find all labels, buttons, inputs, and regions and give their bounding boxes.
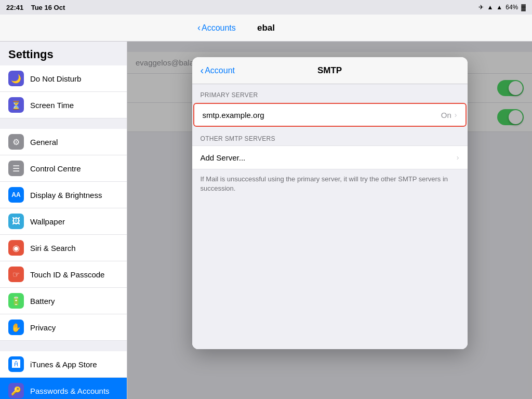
sidebar-label-touch-id: Touch ID & Passcode xyxy=(30,270,104,279)
sidebar-label-privacy: Privacy xyxy=(30,323,56,332)
sidebar-label-do-not-disturb: Do Not Disturb xyxy=(30,74,81,83)
wifi-icon: ▲ xyxy=(487,4,493,11)
status-indicators: ✈ ▲ ▲ 64% ▓ xyxy=(478,4,526,11)
passwords-icon: 🔑 xyxy=(8,383,24,398)
sidebar-gap-2 xyxy=(0,341,127,351)
modal-empty-space xyxy=(192,204,468,349)
sidebar-item-display-brightness[interactable]: AA Display & Brightness xyxy=(0,182,127,208)
smtp-modal: ‹ Account SMTP PRIMARY SERVER smtp.e xyxy=(192,57,468,349)
wallpaper-icon: 🖼 xyxy=(8,214,24,229)
sidebar-item-itunes-app-store[interactable]: 🅰 iTunes & App Store xyxy=(0,351,127,378)
touch-id-icon: ☞ xyxy=(8,267,24,282)
nav-title-ebal: ebal xyxy=(257,23,275,33)
status-bar: 22:41 Tue 16 Oct ✈ ▲ ▲ 64% ▓ xyxy=(0,0,532,15)
battery-percent: 64% xyxy=(506,4,518,11)
status-time: 22:41 Tue 16 Oct xyxy=(6,4,65,11)
server-status-value: On › xyxy=(441,111,457,119)
modal-title: SMTP xyxy=(317,65,342,76)
modal-body: PRIMARY SERVER smtp.example.org On › xyxy=(192,84,468,349)
sidebar-label-wallpaper: Wallpaper xyxy=(30,217,65,226)
do-not-disturb-icon: 🌙 xyxy=(8,71,24,86)
sidebar-label-battery: Battery xyxy=(30,297,55,305)
general-icon: ⚙ xyxy=(8,134,24,150)
sidebar-label-control-centre: Control Centre xyxy=(30,164,81,173)
sidebar-item-battery[interactable]: 🔋 Battery xyxy=(0,288,127,314)
sidebar-item-control-centre[interactable]: ☰ Control Centre xyxy=(0,155,127,182)
sidebar-label-general: General xyxy=(30,138,58,147)
primary-server-section: PRIMARY SERVER smtp.example.org On › xyxy=(192,84,468,128)
other-smtp-section: OTHER SMTP SERVERS Add Server... › If Ma… xyxy=(192,128,468,204)
sidebar-item-general[interactable]: ⚙ General xyxy=(0,129,127,155)
add-server-chevron-icon: › xyxy=(457,153,459,162)
sidebar-item-screen-time[interactable]: ⏳ Screen Time xyxy=(0,92,127,118)
sidebar-label-itunes: iTunes & App Store xyxy=(30,360,97,369)
sidebar-item-wallpaper[interactable]: 🖼 Wallpaper xyxy=(0,208,127,235)
sidebar-item-siri-search[interactable]: ◉ Siri & Search xyxy=(0,235,127,261)
other-smtp-header: OTHER SMTP SERVERS xyxy=(192,128,468,145)
battery-sidebar-icon: 🔋 xyxy=(8,293,24,309)
server-address-label: smtp.example.org xyxy=(203,111,264,119)
sidebar-item-privacy[interactable]: ✋ Privacy xyxy=(0,314,127,341)
sidebar: Settings 🌙 Do Not Disturb ⏳ Screen Time … xyxy=(0,42,127,399)
add-server-row[interactable]: Add Server... › xyxy=(192,145,468,169)
modal-overlay: ‹ Account SMTP PRIMARY SERVER smtp.e xyxy=(127,42,532,399)
signal-icon: ▲ xyxy=(496,4,502,11)
sidebar-title: Settings xyxy=(0,42,127,65)
display-brightness-icon: AA xyxy=(8,187,24,203)
sidebar-item-touch-id[interactable]: ☞ Touch ID & Passcode xyxy=(0,261,127,288)
sidebar-label-passwords: Passwords & Accounts xyxy=(30,387,110,395)
siri-icon: ◉ xyxy=(8,240,24,256)
right-panel: evaggelos@balaskas.gr › ‹ xyxy=(127,42,532,399)
back-chevron-icon: ‹ xyxy=(197,22,201,33)
sidebar-label-display-brightness: Display & Brightness xyxy=(30,191,102,200)
control-centre-icon: ☰ xyxy=(8,161,24,176)
primary-server-header: PRIMARY SERVER xyxy=(192,84,468,102)
server-chevron-icon: › xyxy=(455,111,457,119)
sidebar-item-do-not-disturb[interactable]: 🌙 Do Not Disturb xyxy=(0,65,127,92)
airplane-icon: ✈ xyxy=(478,4,484,11)
battery-icon: ▓ xyxy=(521,4,526,11)
sidebar-label-siri-search: Siri & Search xyxy=(30,244,76,252)
nav-back-accounts[interactable]: ‹ Accounts xyxy=(197,22,236,33)
app-container: ‹ Accounts ebal Settings 🌙 Do Not Distur… xyxy=(0,15,532,399)
modal-back-button[interactable]: ‹ Account xyxy=(192,64,243,76)
nav-bar-background: ‹ Accounts ebal xyxy=(0,15,532,42)
sidebar-gap-1 xyxy=(0,118,127,129)
smtp-info-text: If Mail is unsuccessful using the primar… xyxy=(192,169,468,204)
add-server-label: Add Server... xyxy=(201,153,246,162)
modal-nav-bar: ‹ Account SMTP xyxy=(192,57,468,84)
itunes-icon: 🅰 xyxy=(8,356,24,372)
sidebar-label-screen-time: Screen Time xyxy=(30,101,74,110)
privacy-icon: ✋ xyxy=(8,320,24,335)
content-area: Settings 🌙 Do Not Disturb ⏳ Screen Time … xyxy=(0,42,532,399)
primary-server-row[interactable]: smtp.example.org On › xyxy=(193,103,467,127)
screen-time-icon: ⏳ xyxy=(8,97,24,113)
modal-back-chevron-icon: ‹ xyxy=(201,64,204,76)
sidebar-item-passwords-accounts[interactable]: 🔑 Passwords & Accounts xyxy=(0,378,127,399)
